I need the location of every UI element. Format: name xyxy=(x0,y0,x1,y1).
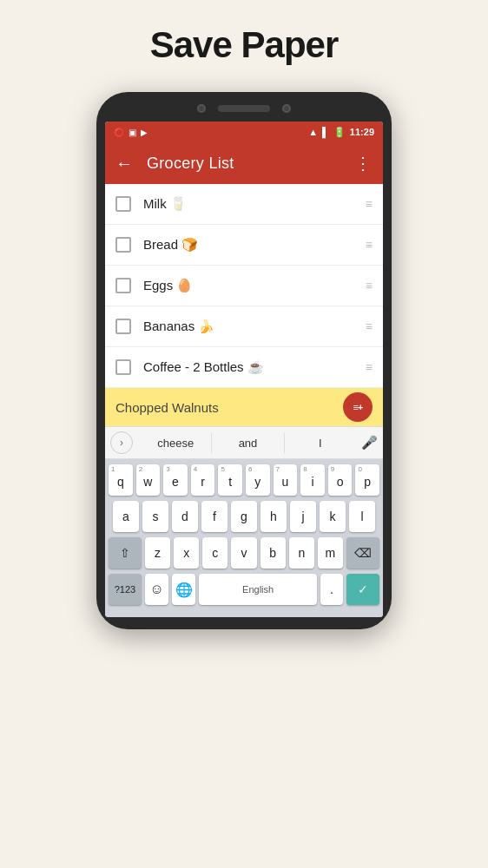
item-input[interactable] xyxy=(115,400,343,415)
keyboard-row-1: 1q 2w 3e 4r 5t 6y 7u 8i 9o 0p xyxy=(109,464,379,496)
shift-key[interactable]: ⇧ xyxy=(109,537,142,569)
key-k[interactable]: k xyxy=(320,501,346,532)
battery-icon: 🔋 xyxy=(333,127,346,138)
wifi-icon: ▲ xyxy=(308,127,318,137)
suggestion-word-2[interactable]: and xyxy=(212,433,284,453)
suggestion-word-3[interactable]: I xyxy=(285,433,356,453)
add-item-icon: ≡+ xyxy=(353,402,363,412)
emoji-icon: ☺ xyxy=(149,582,163,597)
list-item: Bananas 🍌 ≡ xyxy=(105,306,383,347)
key-t[interactable]: 5t xyxy=(218,464,242,496)
checkbox-1[interactable] xyxy=(115,196,131,212)
shift-icon: ⇧ xyxy=(120,546,130,560)
grocery-list: Milk 🥛 ≡ Bread 🍞 ≡ Eggs 🥚 ≡ Bananas 🍌 ≡ xyxy=(105,184,383,388)
list-item: Bread 🍞 ≡ xyxy=(105,225,383,266)
key-d[interactable]: d xyxy=(172,501,198,532)
enter-icon: ✓ xyxy=(358,582,368,596)
keyboard-row-2: a s d f g h j k l xyxy=(109,501,379,532)
suggestion-word-1[interactable]: cheese xyxy=(140,433,212,453)
space-key[interactable]: English xyxy=(199,574,317,605)
checkbox-5[interactable] xyxy=(115,359,131,375)
key-e[interactable]: 3e xyxy=(163,464,188,496)
checkbox-3[interactable] xyxy=(115,278,131,293)
keyboard-row-3: ⇧ z x c v b n m ⌫ xyxy=(109,537,379,569)
circle-status-icon: ⭕ xyxy=(114,128,124,137)
drag-handle-1[interactable]: ≡ xyxy=(366,197,373,211)
checkbox-2[interactable] xyxy=(115,237,131,253)
drag-handle-2[interactable]: ≡ xyxy=(366,238,373,252)
suggestion-expand-button[interactable]: › xyxy=(110,431,133,454)
list-item: Milk 🥛 ≡ xyxy=(105,184,383,225)
checkbox-4[interactable] xyxy=(115,319,131,334)
list-item: Coffee - 2 Bottles ☕ ≡ xyxy=(105,347,383,388)
enter-key[interactable]: ✓ xyxy=(346,574,379,605)
emoji-key[interactable]: ☺ xyxy=(145,574,168,605)
key-q[interactable]: 1q xyxy=(109,464,133,496)
key-r[interactable]: 4r xyxy=(191,464,215,496)
chevron-right-icon: › xyxy=(120,437,123,449)
drag-handle-3[interactable]: ≡ xyxy=(366,279,373,293)
key-v[interactable]: v xyxy=(231,537,256,569)
suggestion-bar: › cheese and I 🎤 xyxy=(105,426,383,459)
time-display: 11:29 xyxy=(350,127,374,137)
key-y[interactable]: 6y xyxy=(246,464,270,496)
phone-frame: ⭕ ▣ ▶ ▲ ▌ 🔋 11:29 ← Grocery List ⋮ Milk … xyxy=(96,92,392,629)
drag-handle-5[interactable]: ≡ xyxy=(366,360,373,374)
key-c[interactable]: c xyxy=(202,537,228,569)
status-right-icons: ▲ ▌ 🔋 11:29 xyxy=(308,127,374,138)
key-a[interactable]: a xyxy=(113,501,139,532)
backspace-icon: ⌫ xyxy=(354,546,372,560)
keyboard: 1q 2w 3e 4r 5t 6y 7u 8i 9o 0p a s d f g … xyxy=(105,459,383,617)
symbols-key[interactable]: ?123 xyxy=(109,574,142,605)
key-n[interactable]: n xyxy=(289,537,314,569)
space-label: English xyxy=(242,584,274,595)
back-button[interactable]: ← xyxy=(115,154,133,174)
key-h[interactable]: h xyxy=(260,501,287,532)
list-item: Eggs 🥚 ≡ xyxy=(105,266,383,306)
key-m[interactable]: m xyxy=(318,537,343,569)
key-l[interactable]: l xyxy=(349,501,375,532)
sim-status-icon: ▣ xyxy=(129,128,136,137)
menu-button[interactable]: ⋮ xyxy=(354,153,373,174)
key-s[interactable]: s xyxy=(142,501,168,532)
mic-icon[interactable]: 🎤 xyxy=(361,435,378,450)
camera xyxy=(197,104,206,113)
input-row: ≡+ xyxy=(105,388,383,426)
key-x[interactable]: x xyxy=(174,537,199,569)
item-text-5: Coffee - 2 Bottles ☕ xyxy=(143,359,366,375)
item-text-4: Bananas 🍌 xyxy=(143,319,366,334)
key-o[interactable]: 9o xyxy=(328,464,353,496)
status-bar: ⭕ ▣ ▶ ▲ ▌ 🔋 11:29 xyxy=(105,122,383,142)
speaker xyxy=(218,105,270,112)
app-bar: ← Grocery List ⋮ xyxy=(105,142,383,184)
app-bar-title: Grocery List xyxy=(147,155,354,173)
item-text-2: Bread 🍞 xyxy=(143,237,366,253)
camera-right xyxy=(282,104,291,113)
item-text-1: Milk 🥛 xyxy=(143,196,366,212)
key-g[interactable]: g xyxy=(231,501,257,532)
period-label: . xyxy=(330,582,333,596)
keyboard-row-4: ?123 ☺ 🌐 English . ✓ xyxy=(109,574,379,605)
key-f[interactable]: f xyxy=(201,501,228,532)
key-j[interactable]: j xyxy=(290,501,316,532)
signal-icon: ▌ xyxy=(322,127,329,137)
item-text-3: Eggs 🥚 xyxy=(143,278,366,293)
key-u[interactable]: 7u xyxy=(274,464,298,496)
backspace-key[interactable]: ⌫ xyxy=(346,537,379,569)
globe-icon: 🌐 xyxy=(175,582,193,598)
key-z[interactable]: z xyxy=(145,537,170,569)
key-i[interactable]: 8i xyxy=(300,464,325,496)
drag-handle-4[interactable]: ≡ xyxy=(366,319,373,333)
symbols-label: ?123 xyxy=(115,584,135,595)
period-key[interactable]: . xyxy=(320,574,343,605)
globe-key[interactable]: 🌐 xyxy=(172,574,195,605)
key-w[interactable]: 2w xyxy=(136,464,161,496)
play-status-icon: ▶ xyxy=(141,128,148,137)
key-b[interactable]: b xyxy=(260,537,286,569)
phone-screen: ⭕ ▣ ▶ ▲ ▌ 🔋 11:29 ← Grocery List ⋮ Milk … xyxy=(105,122,383,617)
add-item-button[interactable]: ≡+ xyxy=(343,392,373,422)
status-left-icons: ⭕ ▣ ▶ xyxy=(114,128,148,137)
suggestion-words: cheese and I xyxy=(140,433,356,453)
page-title: Save Paper xyxy=(150,24,339,66)
key-p[interactable]: 0p xyxy=(355,464,379,496)
